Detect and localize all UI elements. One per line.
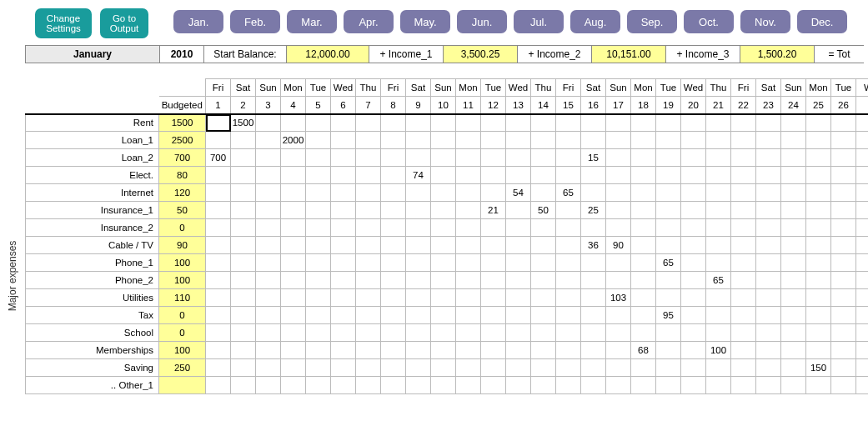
grid-cell[interactable] — [656, 202, 681, 219]
grid-cell[interactable] — [831, 149, 856, 167]
grid-cell[interactable] — [456, 272, 481, 289]
grid-cell[interactable] — [856, 202, 869, 219]
grid-cell[interactable] — [281, 202, 306, 219]
grid-cell[interactable] — [531, 272, 556, 289]
grid-cell[interactable] — [581, 114, 606, 132]
grid-cell[interactable] — [606, 132, 631, 149]
grid-cell[interactable] — [281, 184, 306, 202]
grid-cell[interactable] — [606, 377, 631, 394]
grid-cell[interactable] — [656, 324, 681, 342]
grid-cell[interactable] — [331, 114, 356, 132]
grid-cell[interactable] — [856, 307, 869, 324]
grid-cell[interactable] — [756, 149, 781, 167]
grid-cell[interactable] — [681, 184, 706, 202]
grid-cell[interactable]: 68 — [631, 342, 656, 359]
grid-cell[interactable] — [306, 132, 331, 149]
grid-cell[interactable] — [581, 324, 606, 342]
grid-cell[interactable] — [281, 254, 306, 272]
grid-cell[interactable] — [556, 237, 581, 254]
month-button-oct[interactable]: Oct. — [684, 10, 734, 33]
grid-cell[interactable] — [406, 272, 431, 289]
grid-cell[interactable] — [856, 167, 869, 184]
grid-cell[interactable] — [206, 272, 231, 289]
grid-cell[interactable] — [281, 114, 306, 132]
grid-cell[interactable] — [606, 219, 631, 237]
grid-cell[interactable] — [506, 254, 531, 272]
grid-cell[interactable]: 95 — [656, 307, 681, 324]
grid-cell[interactable] — [456, 324, 481, 342]
grid-cell[interactable]: 65 — [556, 184, 581, 202]
grid-cell[interactable] — [831, 167, 856, 184]
grid-cell[interactable] — [781, 342, 806, 359]
grid-cell[interactable] — [256, 114, 281, 132]
grid-cell[interactable] — [556, 324, 581, 342]
grid-cell[interactable] — [756, 114, 781, 132]
grid-cell[interactable]: 2000 — [281, 132, 306, 149]
grid-cell[interactable] — [756, 359, 781, 377]
grid-cell[interactable] — [431, 167, 456, 184]
grid-cell[interactable] — [281, 289, 306, 307]
grid-cell[interactable] — [406, 149, 431, 167]
grid-cell[interactable] — [281, 272, 306, 289]
grid-cell[interactable] — [856, 272, 869, 289]
grid-cell[interactable] — [806, 254, 831, 272]
grid-cell[interactable] — [306, 237, 331, 254]
grid-cell[interactable] — [631, 272, 656, 289]
grid-cell[interactable] — [456, 237, 481, 254]
grid-cell[interactable] — [831, 114, 856, 132]
grid-cell[interactable] — [256, 202, 281, 219]
grid-cell[interactable] — [806, 219, 831, 237]
grid-cell[interactable] — [806, 149, 831, 167]
grid-cell[interactable] — [431, 289, 456, 307]
grid-cell[interactable] — [431, 272, 456, 289]
grid-cell[interactable] — [606, 254, 631, 272]
grid-cell[interactable] — [431, 254, 456, 272]
grid-cell[interactable] — [231, 324, 256, 342]
grid-cell[interactable] — [731, 272, 756, 289]
grid-cell[interactable] — [706, 149, 731, 167]
grid-cell[interactable] — [831, 237, 856, 254]
grid-cell[interactable] — [656, 167, 681, 184]
grid-cell[interactable]: 74 — [406, 167, 431, 184]
grid-cell[interactable] — [506, 219, 531, 237]
grid-cell[interactable] — [781, 167, 806, 184]
income3-value[interactable]: 1,500.20 — [740, 45, 815, 63]
grid-cell[interactable] — [531, 114, 556, 132]
grid-cell[interactable] — [681, 377, 706, 394]
grid-cell[interactable] — [681, 219, 706, 237]
grid-cell[interactable] — [356, 307, 381, 324]
grid-cell[interactable] — [606, 359, 631, 377]
grid-cell[interactable] — [581, 167, 606, 184]
grid-cell[interactable] — [631, 237, 656, 254]
grid-cell[interactable] — [756, 289, 781, 307]
budgeted-cell[interactable]: 1500 — [159, 114, 206, 132]
grid-cell[interactable] — [506, 307, 531, 324]
grid-cell[interactable] — [331, 202, 356, 219]
grid-cell[interactable] — [481, 342, 506, 359]
grid-cell[interactable] — [281, 237, 306, 254]
grid-cell[interactable] — [556, 149, 581, 167]
grid-cell[interactable] — [506, 359, 531, 377]
grid-cell[interactable] — [331, 237, 356, 254]
grid-cell[interactable] — [531, 132, 556, 149]
grid-cell[interactable] — [556, 167, 581, 184]
grid-cell[interactable] — [856, 289, 869, 307]
grid-cell[interactable] — [231, 184, 256, 202]
grid-cell[interactable] — [506, 289, 531, 307]
grid-cell[interactable] — [531, 307, 556, 324]
grid-cell[interactable] — [431, 324, 456, 342]
grid-cell[interactable] — [606, 114, 631, 132]
grid-cell[interactable] — [731, 167, 756, 184]
grid-cell[interactable] — [256, 272, 281, 289]
grid-cell[interactable] — [381, 342, 406, 359]
grid-cell[interactable] — [656, 219, 681, 237]
grid-cell[interactable] — [206, 289, 231, 307]
grid-cell[interactable] — [406, 289, 431, 307]
grid-cell[interactable] — [456, 359, 481, 377]
grid-cell[interactable] — [756, 307, 781, 324]
grid-cell[interactable] — [356, 184, 381, 202]
grid-cell[interactable] — [631, 359, 656, 377]
grid-cell[interactable] — [381, 272, 406, 289]
month-button-jan[interactable]: Jan. — [173, 10, 223, 33]
grid-cell[interactable] — [206, 377, 231, 394]
